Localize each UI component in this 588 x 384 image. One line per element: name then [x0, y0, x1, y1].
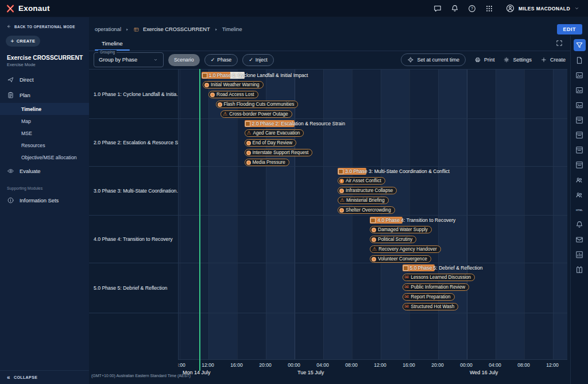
vest-icon[interactable]: [574, 263, 586, 275]
sidebar-item-objective-mse-allocation[interactable]: Objective/MSE allocation: [0, 151, 89, 163]
right-tool-rail: HTML: [570, 36, 588, 384]
inject-item[interactable]: ⚠Ministerial Briefing: [338, 197, 389, 204]
hour-gridline: [323, 69, 324, 359]
help-icon[interactable]: ?: [467, 4, 477, 13]
inject-circle-icon: [204, 83, 209, 87]
inject-item[interactable]: ⚠Aged Care Evacuation: [245, 129, 304, 137]
inject-name: Aged Care Evacuation: [253, 130, 300, 136]
row-label[interactable]: 2.0 Phase 2: Escalation & Resource S...: [89, 118, 178, 166]
create-button[interactable]: + CREATE: [6, 36, 40, 47]
phase-bar[interactable]: 2.0 Phase 2: Escalation & Resource Strai…: [245, 120, 295, 127]
toolbar-actions: Set at current timePrintSettingsCreate: [401, 53, 566, 66]
row-label[interactable]: 5.0 Phase 5: Debrief & Reflection: [89, 263, 178, 313]
inject-item[interactable]: ⚠Cross-border Power Outage: [220, 110, 292, 118]
collapse-sidebar-button[interactable]: « COLLAPSE: [0, 370, 89, 384]
html-icon[interactable]: HTML: [574, 203, 586, 216]
image-card-icon[interactable]: [574, 99, 586, 111]
archive-box-icon[interactable]: [574, 129, 586, 141]
inject-mail-icon: ✉: [404, 285, 409, 290]
inject-circle-icon: [372, 237, 376, 242]
create-label: CREATE: [17, 39, 36, 44]
row-label[interactable]: 4.0 Phase 4: Transition to Recovery: [89, 215, 178, 263]
avatar: [505, 3, 515, 13]
filter-icon[interactable]: [574, 39, 586, 51]
chat-icon[interactable]: [433, 4, 442, 13]
archive-box-icon[interactable]: [574, 114, 586, 126]
archive-box-icon[interactable]: [574, 144, 586, 156]
bell-icon[interactable]: [574, 218, 586, 231]
tab-timeline[interactable]: Timeline: [91, 36, 133, 51]
phase-bar[interactable]: 5.0 Phase 5: Debrief & Reflection: [403, 264, 435, 271]
chart-icon[interactable]: [574, 248, 586, 260]
document-icon[interactable]: [574, 54, 586, 66]
inject-item[interactable]: ✉Report Preparation: [403, 293, 455, 301]
grid-band: [409, 69, 438, 359]
phase-bar[interactable]: 3.0 Phase 3: Multi-State Coordination & …: [338, 168, 366, 175]
sidebar-item-information-sets[interactable]: Information Sets: [0, 193, 89, 208]
sidebar-item-resources[interactable]: Resources: [0, 139, 89, 151]
fullscreen-icon[interactable]: [555, 39, 563, 47]
inject-name: Cross-border Power Outage: [229, 112, 288, 117]
edit-button[interactable]: EDIT: [557, 24, 582, 34]
sidebar-item-mse[interactable]: MSE: [0, 127, 89, 139]
inject-item[interactable]: Shelter Overcrowding: [338, 206, 395, 214]
sidebar-item-evaluate[interactable]: Evaluate: [0, 163, 89, 179]
mail-icon[interactable]: [574, 233, 586, 245]
create-button[interactable]: Create: [540, 56, 566, 63]
grid-band: [180, 69, 208, 359]
inject-item[interactable]: Interstate Support Request: [245, 149, 313, 156]
inject-name: Shelter Overcrowding: [346, 208, 391, 213]
inject-item[interactable]: Damaged Water Supply: [370, 226, 432, 233]
inject-item[interactable]: Flash Flooding Cuts Communities: [216, 101, 299, 108]
filter-chip-inject[interactable]: ✓Inject: [242, 54, 274, 66]
users-icon[interactable]: [574, 174, 586, 186]
hour-gridline: [381, 69, 381, 359]
phase-bar[interactable]: 1.0 Phase 1: Cyclone Landfall & Initial …: [202, 72, 245, 79]
user-menu[interactable]: MILES MACDONALD: [503, 2, 582, 15]
print-button[interactable]: Print: [474, 56, 495, 63]
inject-item[interactable]: Political Scrutiny: [370, 236, 416, 243]
axis-tick-label: 16:00: [225, 362, 248, 368]
supporting-modules-label: Supporting Modules: [0, 179, 89, 193]
axis-tick-label: 00:00: [283, 362, 305, 368]
inject-item[interactable]: End of Day Review: [245, 139, 297, 147]
axis-tick-label: 04:00: [311, 362, 334, 368]
inject-item[interactable]: ✉Lessons Learned Discussion: [403, 274, 475, 281]
apps-grid-icon[interactable]: [485, 4, 494, 13]
inject-item[interactable]: !Air Asset Conflict: [338, 177, 385, 185]
back-to-operational-mode-button[interactable]: BACK TO OPERATIONAL MODE: [0, 17, 89, 32]
sidebar-item-plan[interactable]: Plan: [0, 87, 89, 103]
breadcrumb-operational[interactable]: operational: [95, 26, 121, 32]
grouping-select[interactable]: Grouping Group by Phase: [94, 52, 164, 67]
users-icon[interactable]: [574, 189, 586, 201]
notifications-icon[interactable]: [450, 4, 459, 13]
image-card-icon[interactable]: [574, 84, 586, 96]
sidebar-item-direct[interactable]: Direct: [0, 72, 89, 87]
inject-item[interactable]: Initial Weather Warning: [203, 81, 264, 89]
sidebar-item-map[interactable]: Map: [0, 115, 89, 127]
filter-chip-scenario[interactable]: Scenario: [168, 54, 200, 66]
sidebar-item-timeline[interactable]: Timeline: [0, 103, 89, 115]
inject-item[interactable]: ✉Public Information Review: [403, 283, 470, 291]
image-card-icon[interactable]: [574, 69, 586, 81]
inject-item[interactable]: Volunteer Convergence: [370, 255, 431, 263]
phase-bar[interactable]: 4.0 Phase 4: Transition to Recovery: [370, 217, 402, 224]
inject-name: Road Access Lost: [216, 92, 254, 97]
inject-item[interactable]: ⚠Recovery Agency Handover: [370, 245, 441, 253]
settings-button[interactable]: Settings: [503, 56, 532, 63]
row-label[interactable]: 1.0 Phase 1: Cyclone Landfall & Initia..…: [89, 70, 178, 118]
row-separator: [89, 263, 567, 263]
archive-box-icon[interactable]: [574, 159, 586, 171]
inject-item[interactable]: Media Pressure: [245, 159, 289, 166]
set-at-current-time-button[interactable]: Set at current time: [401, 53, 466, 66]
axis-day-label: Tue 15 July: [297, 370, 324, 375]
inject-item[interactable]: Infrastructure Collapse: [338, 187, 397, 194]
inject-name: Air Asset Conflict: [346, 178, 381, 183]
inject-item[interactable]: ✉Structured Hot Wash: [403, 303, 459, 310]
breadcrumb-timeline[interactable]: Timeline: [222, 26, 242, 32]
breadcrumb-exercise[interactable]: Exercise CROSSCURRENT: [143, 26, 210, 32]
inject-item[interactable]: Road Access Lost: [208, 91, 258, 98]
filter-chip-phase[interactable]: ✓Phase: [204, 54, 238, 66]
back-label: BACK TO OPERATIONAL MODE: [14, 25, 75, 29]
row-label[interactable]: 3.0 Phase 3: Multi-State Coordination...: [89, 166, 178, 215]
